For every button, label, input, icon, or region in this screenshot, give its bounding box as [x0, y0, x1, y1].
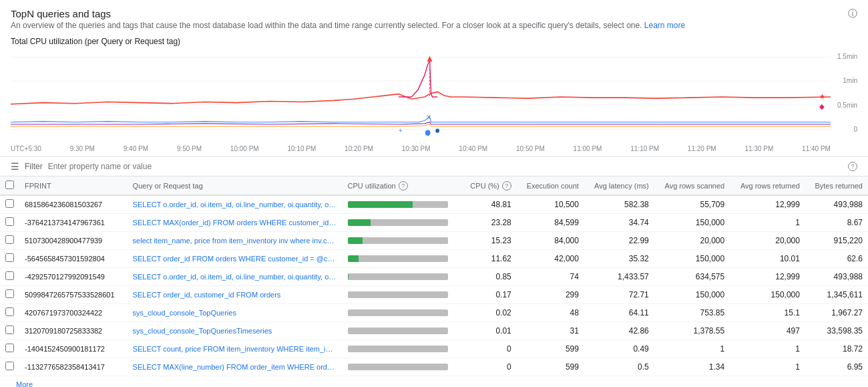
info-icon[interactable]: ⓘ	[848, 8, 857, 20]
page-header: TopN queries and tags An overview of the…	[0, 0, 868, 33]
fprint-cell: -3764213734147967361	[19, 214, 128, 232]
table-row[interactable]: 3120709180725833382sys_cloud_console_Top…	[0, 322, 868, 340]
bytes-returned-cell: 493,988	[805, 195, 868, 214]
th-avg-latency: Avg latency (ms)	[584, 176, 654, 195]
avg-rows-scanned-cell: 1.34	[654, 358, 730, 376]
avg-latency-cell: 64.11	[584, 304, 654, 322]
cpu-util-help-icon[interactable]: ?	[399, 181, 408, 190]
avg-rows-returned-cell: 1	[730, 358, 805, 376]
cpu-pct-cell: 11.62	[461, 250, 517, 268]
filter-input[interactable]	[48, 162, 841, 171]
bytes-returned-cell: 6.95	[805, 358, 868, 376]
row-checkbox[interactable]	[5, 253, 14, 262]
exec-count-cell: 48	[517, 304, 584, 322]
chart-svg: ★ ◆ ✕ +	[11, 50, 831, 144]
avg-rows-returned-cell: 20,000	[730, 232, 805, 250]
x-label-9: 10:50 PM	[516, 145, 545, 152]
description-text: An overview of the queries and tags that…	[11, 21, 642, 30]
cpu-bar-cell	[343, 250, 461, 268]
query-cell[interactable]: SELECT o.order_id, oi.item_id, oi.line_n…	[128, 268, 343, 286]
avg-latency-cell: 42.86	[584, 322, 654, 340]
avg-rows-returned-cell: 12,999	[730, 268, 805, 286]
row-checkbox[interactable]	[5, 289, 14, 298]
svg-text:◆: ◆	[819, 103, 825, 111]
table-row[interactable]: 5099847265757533528601SELECT order_id, c…	[0, 286, 868, 304]
x-label-6: 10:20 PM	[345, 145, 373, 152]
query-cell[interactable]: SELECT o.order_id, oi.item_id, oi.line_n…	[128, 195, 343, 214]
avg-latency-cell: 582.38	[584, 195, 654, 214]
table-row[interactable]: -1404152450900181172SELECT count, price …	[0, 340, 868, 358]
avg-rows-returned-cell: 10.01	[730, 250, 805, 268]
table-row[interactable]: -1132776582358413417SELECT MAX(line_numb…	[0, 358, 868, 376]
query-cell[interactable]: SELECT MAX(order_id) FROM orders WHERE c…	[128, 214, 343, 232]
row-checkbox-cell	[0, 304, 19, 322]
query-cell[interactable]: SELECT order_id, customer_id FROM orders	[128, 286, 343, 304]
x-label-2: 9:40 PM	[124, 145, 148, 152]
bytes-returned-cell: 62.6	[805, 250, 868, 268]
more-button[interactable]: More	[11, 379, 38, 387]
row-checkbox[interactable]	[5, 326, 14, 334]
avg-latency-cell: 72.71	[584, 286, 654, 304]
row-checkbox[interactable]	[5, 307, 14, 316]
row-checkbox[interactable]	[5, 362, 14, 370]
fprint-cell: 5107300428900477939	[19, 232, 128, 250]
cpu-pct-help-icon[interactable]: ?	[502, 181, 511, 190]
avg-rows-scanned-cell: 1	[654, 340, 730, 358]
table-help-icon[interactable]: ?	[848, 162, 857, 171]
table-row[interactable]: 6815864236081503267SELECT o.order_id, oi…	[0, 195, 868, 214]
row-checkbox[interactable]	[5, 344, 14, 352]
table-row[interactable]: -3764213734147967361SELECT MAX(order_id)…	[0, 214, 868, 232]
query-cell[interactable]: SELECT MAX(line_number) FROM order_item …	[128, 358, 343, 376]
cpu-pct-cell: 15.23	[461, 232, 517, 250]
x-label-5: 10:10 PM	[287, 145, 316, 152]
x-label-1: 9:30 PM	[70, 145, 95, 152]
y-label-2: 1min	[837, 77, 857, 84]
query-cell[interactable]: select item_name, price from item_invent…	[128, 232, 343, 250]
avg-rows-scanned-cell: 150,000	[654, 250, 730, 268]
cpu-bar-cell	[343, 232, 461, 250]
avg-rows-scanned-cell: 1,378.55	[654, 322, 730, 340]
row-checkbox[interactable]	[5, 235, 14, 244]
row-checkbox[interactable]	[5, 217, 14, 226]
fprint-cell: -1132776582358413417	[19, 358, 128, 376]
row-checkbox[interactable]	[5, 271, 14, 280]
exec-count-cell: 299	[517, 286, 584, 304]
x-label-10: 11:00 PM	[574, 145, 602, 152]
x-label-4: 10:00 PM	[230, 145, 259, 152]
th-checkbox	[0, 176, 19, 195]
fprint-cell: 4207671973700324422	[19, 304, 128, 322]
x-label-11: 11:10 PM	[630, 145, 659, 152]
y-label-3: 0.5min	[837, 102, 857, 109]
x-label-8: 10:40 PM	[459, 145, 487, 152]
filter-icon: ☰	[11, 161, 19, 172]
cpu-bar-cell	[343, 304, 461, 322]
row-checkbox-cell	[0, 322, 19, 340]
cpu-pct-cell: 0.02	[461, 304, 517, 322]
cpu-pct-cell: 0	[461, 340, 517, 358]
learn-more-link[interactable]: Learn more	[644, 21, 685, 30]
cpu-pct-cell: 0.85	[461, 268, 517, 286]
avg-latency-cell: 34.74	[584, 214, 654, 232]
filter-bar: ☰ Filter ?	[0, 156, 868, 176]
svg-text:+: +	[399, 126, 403, 134]
cpu-pct-cell: 0	[461, 358, 517, 376]
query-cell[interactable]: SELECT count, price FROM item_inventory …	[128, 340, 343, 358]
avg-rows-scanned-cell: 150,000	[654, 286, 730, 304]
query-cell[interactable]: SELECT order_id FROM orders WHERE custom…	[128, 250, 343, 268]
row-checkbox-cell	[0, 268, 19, 286]
avg-rows-returned-cell: 497	[730, 322, 805, 340]
cpu-bar-cell	[343, 268, 461, 286]
table-row[interactable]: 5107300428900477939select item_name, pri…	[0, 232, 868, 250]
table-row[interactable]: 4207671973700324422sys_cloud_console_Top…	[0, 304, 868, 322]
cpu-bar-cell	[343, 214, 461, 232]
table-row[interactable]: -5645658457301592804SELECT order_id FROM…	[0, 250, 868, 268]
cpu-bar-cell	[343, 195, 461, 214]
query-cell[interactable]: sys_cloud_console_TopQueriesTimeseries	[128, 322, 343, 340]
query-cell[interactable]: sys_cloud_console_TopQueries	[128, 304, 343, 322]
fprint-cell: -5645658457301592804	[19, 250, 128, 268]
table-row[interactable]: -4292570127992091549SELECT o.order_id, o…	[0, 268, 868, 286]
row-checkbox[interactable]	[5, 199, 14, 208]
select-all-checkbox[interactable]	[5, 180, 14, 189]
exec-count-cell: 84,000	[517, 232, 584, 250]
avg-rows-scanned-cell: 753.85	[654, 304, 730, 322]
